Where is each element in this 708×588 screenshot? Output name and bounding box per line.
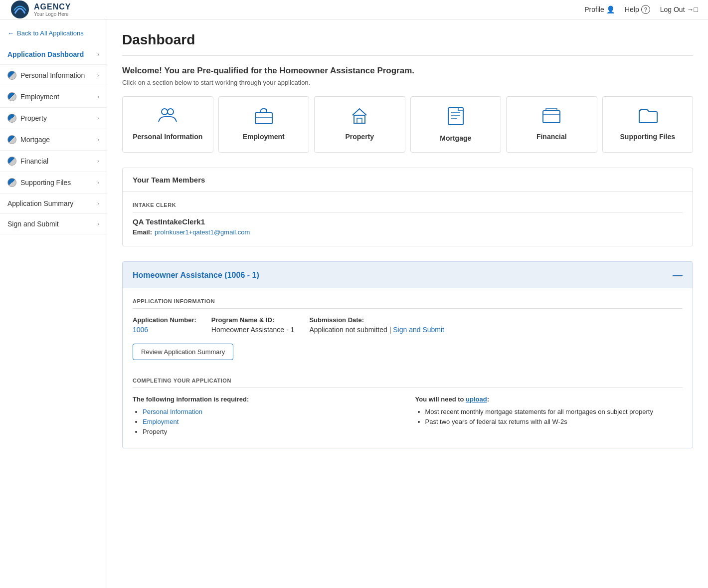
- sidebar-mortgage-chevron: ›: [97, 136, 99, 143]
- svg-rect-7: [448, 108, 463, 125]
- logout-link[interactable]: Log Out →□: [660, 5, 698, 13]
- sign-and-submit-link[interactable]: Sign and Submit: [393, 326, 444, 334]
- app-panel-collapse-icon[interactable]: —: [673, 269, 683, 281]
- profile-label: Profile: [584, 5, 604, 13]
- sidebar-item-employment[interactable]: Employment ›: [0, 86, 107, 108]
- sidebar-sign-chevron: ›: [97, 220, 99, 227]
- card-financial-label: Financial: [536, 133, 567, 141]
- card-property[interactable]: Property: [314, 96, 405, 153]
- mortgage-progress-icon: [7, 135, 16, 144]
- personal-progress-icon: [7, 71, 16, 80]
- card-personal-label: Personal Information: [133, 133, 202, 141]
- card-supporting[interactable]: Supporting Files: [602, 96, 694, 153]
- svg-point-0: [11, 0, 29, 18]
- clerk-name: QA TestIntakeClerk1: [133, 217, 683, 226]
- card-employment-label: Employment: [243, 133, 285, 141]
- application-panel: Homeowner Assistance (1006 - 1) — APPLIC…: [122, 261, 693, 448]
- completing-section: COMPLETING YOUR APPLICATION The followin…: [133, 378, 683, 438]
- submission-date-label: Submission Date:: [309, 316, 444, 324]
- card-property-label: Property: [345, 133, 374, 141]
- sidebar-personal-label: Personal Information: [20, 71, 85, 79]
- sidebar-item-financial-left: Financial: [7, 157, 48, 166]
- sidebar-item-personal[interactable]: Personal Information ›: [0, 65, 107, 86]
- card-mortgage[interactable]: Mortgage: [410, 96, 502, 153]
- sidebar-item-personal-left: Personal Information: [7, 71, 85, 80]
- team-members-header: Your Team Members: [123, 168, 693, 192]
- program-name-col: Program Name & ID: Homeowner Assistance …: [211, 316, 295, 334]
- financial-progress-icon: [7, 157, 16, 166]
- app-info-grid: Application Number: 1006 Program Name & …: [133, 316, 683, 334]
- agency-logo-icon: [10, 0, 30, 19]
- required-employment-link[interactable]: Employment: [143, 418, 178, 425]
- nav-links: Profile 👤 Help ? Log Out →□: [584, 5, 698, 14]
- svg-rect-5: [354, 115, 365, 123]
- card-mortgage-label: Mortgage: [440, 134, 471, 142]
- profile-link[interactable]: Profile 👤: [584, 5, 615, 13]
- logo-area: AGENCY Your Logo Here: [10, 0, 71, 19]
- card-supporting-label: Supporting Files: [620, 133, 675, 141]
- completing-label: COMPLETING YOUR APPLICATION: [133, 378, 683, 388]
- team-members-title: Your Team Members: [133, 176, 205, 184]
- sidebar: ← Back to All Applications Application D…: [0, 19, 107, 588]
- welcome-text: Welcome! You are Pre-qualified for the H…: [122, 66, 693, 76]
- sidebar-item-property[interactable]: Property ›: [0, 108, 107, 129]
- app-panel-header[interactable]: Homeowner Assistance (1006 - 1) —: [123, 262, 693, 288]
- review-application-button[interactable]: Review Application Summary: [133, 344, 233, 360]
- upload-item-1: Past two years of federal tax returns wi…: [425, 418, 683, 425]
- sidebar-item-mortgage[interactable]: Mortgage ›: [0, 129, 107, 151]
- submission-date-text: Application not submitted |: [309, 326, 393, 334]
- upload-title-prefix: You will need to: [415, 395, 466, 403]
- clerk-email-link[interactable]: proInkuser1+qatest1@gmail.com: [155, 228, 250, 236]
- sidebar-item-sign-left: Sign and Submit: [7, 220, 59, 228]
- required-info-title: The following information is required:: [133, 395, 400, 403]
- team-members-body: INTAKE CLERK QA TestIntakeClerk1 Email: …: [123, 192, 693, 246]
- card-supporting-icon: [637, 107, 658, 128]
- upload-item-0: Most recent monthly mortgage statements …: [425, 408, 683, 415]
- main-content: Dashboard Welcome! You are Pre-qualified…: [107, 19, 708, 588]
- sidebar-personal-chevron: ›: [97, 72, 99, 79]
- required-item-employment: Employment: [143, 418, 400, 425]
- required-item-personal: Personal Information: [143, 408, 400, 415]
- sidebar-item-dashboard-left: Application Dashboard: [7, 50, 84, 58]
- card-employment[interactable]: Employment: [218, 96, 310, 153]
- card-personal[interactable]: Personal Information: [122, 96, 213, 153]
- sidebar-item-sign[interactable]: Sign and Submit ›: [0, 214, 107, 234]
- clerk-email-row: Email: proInkuser1+qatest1@gmail.com: [133, 228, 683, 236]
- sidebar-item-dashboard[interactable]: Application Dashboard ›: [0, 44, 107, 65]
- upload-link[interactable]: upload: [466, 395, 487, 403]
- help-label: Help: [625, 5, 639, 13]
- back-to-applications-link[interactable]: ← Back to All Applications: [0, 24, 107, 44]
- sidebar-item-summary[interactable]: Application Summary ›: [0, 194, 107, 214]
- card-mortgage-icon: [447, 107, 464, 129]
- sidebar-item-financial[interactable]: Financial ›: [0, 151, 107, 172]
- card-property-icon: [350, 107, 369, 128]
- submission-date-value: Application not submitted | Sign and Sub…: [309, 326, 444, 334]
- sidebar-sign-label: Sign and Submit: [7, 220, 59, 228]
- card-personal-icon: [158, 107, 177, 128]
- sidebar-financial-label: Financial: [20, 157, 48, 165]
- welcome-sub: Click on a section below to start workin…: [122, 79, 693, 86]
- agency-name: AGENCY: [34, 2, 71, 11]
- required-property-text: Property: [143, 428, 167, 435]
- sidebar-property-label: Property: [20, 114, 47, 122]
- app-number-value: 1006: [133, 326, 196, 334]
- svg-rect-11: [543, 111, 560, 123]
- back-arrow-icon: ←: [7, 29, 14, 37]
- logout-label: Log Out: [660, 5, 685, 13]
- required-info-list: Personal Information Employment Property: [133, 408, 400, 435]
- card-financial[interactable]: Financial: [506, 96, 597, 153]
- employment-progress-icon: [7, 92, 16, 101]
- required-personal-link[interactable]: Personal Information: [143, 408, 202, 415]
- section-cards: Personal Information Employment: [122, 96, 693, 153]
- sidebar-dashboard-label: Application Dashboard: [7, 50, 84, 58]
- help-link[interactable]: Help ?: [625, 5, 650, 14]
- program-name-value: Homeowner Assistance - 1: [211, 326, 295, 334]
- app-panel-title: Homeowner Assistance (1006 - 1): [133, 271, 259, 280]
- sidebar-item-property-left: Property: [7, 114, 47, 123]
- sidebar-financial-chevron: ›: [97, 158, 99, 165]
- logout-icon: →□: [687, 5, 698, 13]
- sidebar-employment-chevron: ›: [97, 93, 99, 100]
- sidebar-item-supporting[interactable]: Supporting Files ›: [0, 172, 107, 194]
- profile-icon: 👤: [606, 5, 615, 13]
- sidebar-summary-label: Application Summary: [7, 199, 73, 207]
